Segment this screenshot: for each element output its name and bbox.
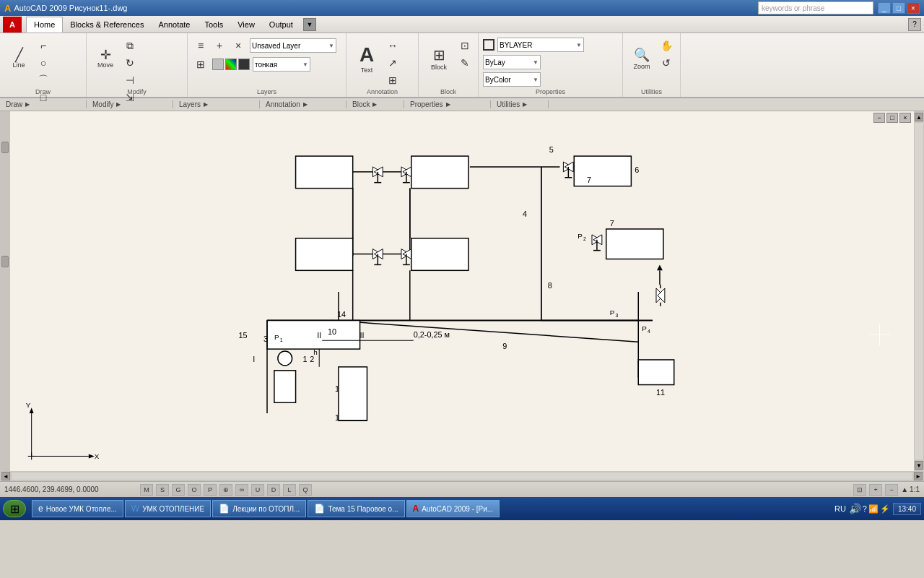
scroll-up-button[interactable]: ▲ [915, 113, 923, 121]
left-expand-1[interactable] [1, 142, 9, 153]
ribbon-group-properties: BYLAYER ▼ ByLay ▼ ByColor ▼ Properties [479, 33, 623, 97]
menu-tab-tools[interactable]: Tools [198, 17, 231, 33]
ribbon-group-draw: ╱ Line ⌐ ○ ⌒ □ ▦ Draw [0, 33, 87, 97]
inner-close-button[interactable]: × [899, 113, 911, 123]
layer-delete-button[interactable]: × [230, 38, 247, 53]
line-tool-button[interactable]: ╱ Line [4, 38, 33, 79]
model-space-icon[interactable]: M [140, 484, 153, 496]
rotate-button[interactable]: ↻ [121, 55, 139, 71]
ducs-icon[interactable]: U [251, 484, 264, 496]
grid-icon[interactable]: G [172, 484, 185, 496]
bylayer-dropdown[interactable]: BYLAYER ▼ [497, 38, 584, 52]
layer-new-button[interactable]: + [211, 38, 228, 53]
utilities-content: 🔍 Zoom ✋ ↺ [626, 35, 677, 95]
qp-icon[interactable]: Q [299, 484, 312, 496]
layer-row1: ≡ + × Unsaved Layer ▼ [192, 38, 341, 53]
properties-arrow: ▶ [446, 101, 450, 108]
title-bar: A AutoCAD 2009 Рисунок11-.dwg keywords o… [0, 0, 924, 16]
scroll-right-button[interactable]: ► [914, 472, 923, 480]
layer-color-icon[interactable] [212, 59, 224, 70]
layer-dropdown[interactable]: Unsaved Layer ▼ [250, 38, 336, 53]
leader-button[interactable]: ↗ [384, 55, 401, 71]
polyline-button[interactable]: ⌐ [35, 38, 52, 53]
taskbar-label-5: AutoCAD 2009 - [Ри... [422, 505, 493, 513]
doc-icon-1: 📄 [219, 504, 230, 514]
taskbar-item-4[interactable]: 📄 Тема 15 Паровое о... [308, 500, 404, 517]
taskbar-item-5[interactable]: A AutoCAD 2009 - [Ри... [406, 500, 500, 517]
ribbon: ╱ Line ⌐ ○ ⌒ □ ▦ Draw ✛ Move ⧉ ↻ ⊣ ⇲ [0, 33, 924, 98]
lineweight-dropdown[interactable]: ByColor ▼ [483, 72, 541, 87]
scroll-left-button[interactable]: ◄ [1, 472, 10, 480]
help-button[interactable]: ? [908, 18, 921, 31]
left-expand-2[interactable] [1, 256, 9, 267]
status-right: ⊡ + − ▲ 1:1 [853, 484, 920, 496]
svg-rect-25 [296, 238, 353, 271]
utilities-group-label: Utilities [623, 88, 680, 95]
linetype-dropdown[interactable]: ByLay ▼ [483, 55, 541, 69]
system-tray: 🔊 ? 📶 ⚡ [849, 503, 890, 514]
svg-text:6: 6 [635, 165, 639, 174]
menu-tab-annotate[interactable]: Annotate [151, 17, 197, 33]
layer-color-dropdown[interactable]: тонкая ▼ [253, 57, 310, 72]
menu-tab-view[interactable]: View [230, 17, 262, 33]
modify-group-label: Modify [87, 88, 187, 95]
drawing-svg: Y X [10, 111, 914, 471]
ribbon-group-annotation: A Text ↔ ↗ ⊞ Annotation [346, 33, 419, 97]
snap-icon[interactable]: S [156, 484, 169, 496]
color-swatch[interactable] [483, 39, 494, 51]
inner-minimize-button[interactable]: − [873, 113, 885, 123]
copy-button[interactable]: ⧉ [121, 38, 139, 53]
zoom-in-button[interactable]: + [869, 484, 882, 496]
text-tool-button[interactable]: A Text [351, 38, 383, 79]
ortho-icon[interactable]: O [188, 484, 201, 496]
layer-freeze-button[interactable] [238, 59, 250, 70]
speaker-icon: 🔊 [849, 503, 861, 514]
zoom-out-button[interactable]: − [885, 484, 898, 496]
svg-text:h: h [313, 348, 317, 356]
mirror-button[interactable]: ⊣ [121, 72, 139, 88]
search-placeholder: keywords or phrase [762, 4, 824, 12]
layer-manager-button[interactable]: ≡ [192, 38, 209, 53]
layer-props-button[interactable]: ⊞ [192, 56, 209, 72]
inner-restore-button[interactable]: □ [886, 113, 898, 123]
svg-text:1: 1 [302, 355, 307, 363]
zoom-button[interactable]: 🔍 Zoom [627, 38, 656, 79]
dimension-button[interactable]: ↔ [384, 38, 401, 53]
minimize-button[interactable]: _ [878, 2, 891, 14]
layer-color-picker[interactable] [225, 59, 237, 70]
svg-text:Y: Y [26, 401, 31, 409]
search-box[interactable]: keywords or phrase [758, 1, 873, 14]
circle-button[interactable]: ○ [35, 55, 52, 71]
zoom-extents-button[interactable]: ⊡ [853, 484, 866, 496]
pan-button[interactable]: ✋ [658, 38, 675, 53]
close-button[interactable]: × [907, 2, 920, 14]
lw-icon[interactable]: L [283, 484, 296, 496]
taskbar-item-1[interactable]: e Новое УМК Отопле... [32, 500, 123, 517]
layer-name: Unsaved Layer [252, 42, 327, 50]
taskbar-item-3[interactable]: 📄 Лекции по ОТОПЛ... [212, 500, 306, 517]
start-button[interactable]: ⊞ [3, 500, 26, 517]
svg-text:11: 11 [656, 388, 665, 397]
svg-text:3: 3 [616, 313, 619, 318]
collapse-ribbon-button[interactable]: ▼ [303, 18, 316, 31]
menu-tab-blocks[interactable]: Blocks & References [63, 17, 151, 33]
dyn-icon[interactable]: D [267, 484, 280, 496]
regen-button[interactable]: ↺ [658, 55, 675, 71]
menu-tab-home[interactable]: Home [26, 17, 63, 33]
edit-block-button[interactable]: ✎ [456, 55, 474, 71]
polar-icon[interactable]: P [204, 484, 217, 496]
arc-button[interactable]: ⌒ [35, 72, 52, 88]
table-button[interactable]: ⊞ [384, 72, 401, 88]
ribbon-group-block: ⊞ Block ⊡ ✎ Block [419, 33, 479, 97]
insert-block-button[interactable]: ⊞ Block [423, 38, 455, 79]
drawing-canvas[interactable]: − □ × Y X [10, 111, 914, 471]
move-tool-button[interactable]: ✛ Move [91, 38, 120, 79]
bylayer-label: BYLAYER [500, 41, 575, 49]
scroll-down-button[interactable]: ▼ [915, 461, 923, 470]
maximize-button[interactable]: □ [892, 2, 905, 14]
osnap-icon[interactable]: ⊕ [219, 484, 232, 496]
otrack-icon[interactable]: ∞ [235, 484, 248, 496]
create-block-button[interactable]: ⊡ [456, 38, 474, 53]
taskbar-item-2[interactable]: W УМК ОТОПЛЕНИЕ [125, 500, 211, 517]
menu-tab-output[interactable]: Output [262, 17, 300, 33]
